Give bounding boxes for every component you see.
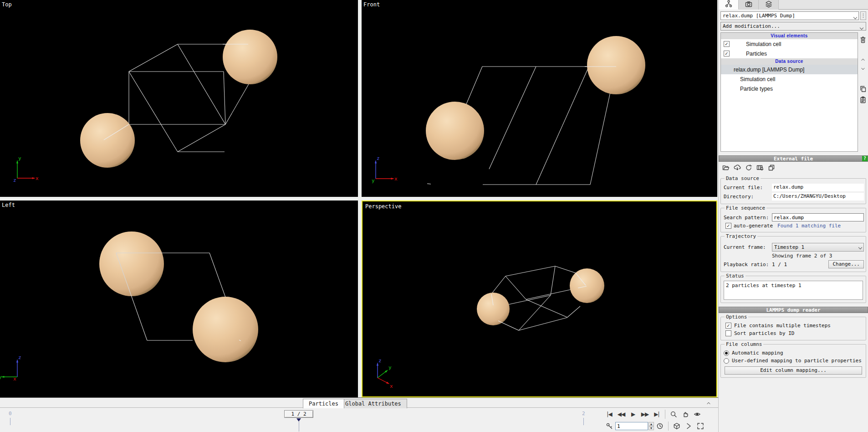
copy-button[interactable] [859, 85, 867, 94]
cloud-download-button[interactable] [734, 164, 741, 173]
axis-label: y [18, 155, 21, 161]
pipeline-list-item[interactable]: Simulation cell [721, 74, 858, 84]
directory-label: Directory: [723, 194, 772, 200]
simulation-cell-edge [224, 72, 225, 124]
pipeline-list-item[interactable]: relax.dump [LAMMPS Dump] [721, 65, 858, 74]
axis-arrow [378, 378, 388, 383]
animation-settings-button[interactable] [603, 421, 615, 431]
viewport-area: Top yxz Front zxy Left zyx Perspective z… [0, 0, 718, 397]
simulation-cell-edge [551, 266, 555, 295]
pipeline-list-item[interactable]: ✓Particles [721, 49, 858, 58]
file-sequence-group: File sequence Search pattern: ✓ auto-gen… [720, 208, 866, 232]
tab-global-attributes[interactable]: Global Attributes [339, 399, 407, 408]
simulation-cell-edge [526, 299, 567, 317]
pipeline-item-label: Simulation cell [740, 76, 775, 82]
playback-ratio-label: Playback ratio: [723, 262, 772, 267]
simulation-cell-edge [519, 318, 567, 330]
render-button[interactable] [683, 421, 694, 431]
timeline-frame-slider[interactable]: 1 / 2 [284, 410, 313, 418]
lammps-reader-header: LAMMPS dump reader [719, 307, 868, 313]
clipboard-button[interactable] [859, 96, 867, 105]
current-frame-dropdown[interactable]: Timestep 1 [772, 243, 864, 252]
skip-back-button[interactable]: ◀◀ [615, 409, 627, 419]
pipeline-item-label: relax.dump [LAMMPS Dump] [734, 67, 804, 73]
axis-arrowhead [32, 177, 36, 179]
pipeline-list-item[interactable]: ✓Simulation cell [721, 39, 858, 49]
tab-pipelines[interactable] [719, 0, 739, 10]
match-info: Found 1 matching file [777, 223, 841, 229]
play-button[interactable]: ▶ [627, 409, 639, 419]
jump-to-start-button[interactable]: |◀ [603, 409, 615, 419]
simulation-cell-edge [498, 321, 519, 330]
search-pattern-input[interactable] [772, 213, 864, 221]
collapse-panel-button[interactable] [705, 400, 713, 406]
viewport-label[interactable]: Left [2, 202, 15, 208]
external-file-header: External file ? [719, 155, 868, 162]
visibility-checkbox[interactable]: ✓ [724, 41, 730, 47]
axis-label: z [377, 155, 380, 161]
spinner-arrows[interactable]: ▲▼ [648, 422, 654, 430]
edit-column-mapping-button[interactable]: Edit column mapping... [725, 366, 862, 375]
frame-spinner[interactable]: ▲▼ [615, 422, 654, 431]
sort-by-id-checkbox[interactable] [725, 330, 731, 336]
frame-spinner-input[interactable] [615, 422, 648, 430]
viewport-top[interactable]: Top yxz [0, 0, 358, 197]
simulation-cell-edge [536, 67, 589, 185]
jump-to-end-button[interactable]: ▶| [651, 409, 663, 419]
file-columns-group: File columns Automatic mapping User-defi… [720, 344, 866, 378]
user-mapping-radio[interactable] [724, 358, 729, 364]
axis-label: z [378, 358, 382, 364]
auto-generate-checkbox[interactable]: ✓ [725, 223, 731, 229]
add-modification-dropdown[interactable]: Add modification... [720, 22, 866, 31]
axis-label: x [36, 175, 39, 181]
change-button[interactable]: Change... [828, 260, 864, 268]
showing-frame-info: Showing frame 2 of 3 [772, 253, 832, 259]
simulation-cell-edge [555, 266, 576, 273]
viewport-left[interactable]: Left zyx [0, 201, 358, 397]
chevron-down-button[interactable] [860, 65, 866, 73]
automatic-mapping-radio[interactable] [724, 350, 729, 356]
tab-rendering[interactable] [739, 0, 759, 10]
axis-label: z [13, 177, 16, 183]
axis-label: z [18, 355, 21, 360]
help-button[interactable]: ? [862, 156, 868, 161]
viewport-label[interactable]: Top [2, 1, 12, 8]
skip-forward-button[interactable]: ▶▶ [639, 409, 651, 419]
stack-button[interactable] [768, 164, 775, 173]
chevron-up-button[interactable] [860, 56, 866, 64]
viewport-front[interactable]: Front zxy [362, 0, 717, 197]
status-group: Status 2 particles at timestep 1 [720, 276, 866, 303]
pipeline-selector-dropdown[interactable]: relax.dump [LAMMPS Dump] [720, 11, 859, 20]
pipeline-item-label: Simulation cell [746, 41, 781, 47]
timeline[interactable]: 0 2 1 / 2 |◀◀◀▶▶▶▶| ▲▼ [0, 408, 718, 432]
viewport-label[interactable]: Front [363, 1, 380, 8]
group-label: File sequence [725, 205, 766, 211]
orbit-tool-button[interactable] [691, 409, 703, 419]
zoom-tool-button[interactable] [668, 409, 679, 419]
pipeline-list-item[interactable]: Particle types [721, 84, 858, 93]
particle-sphere [587, 36, 645, 94]
multiple-timesteps-checkbox[interactable]: ✓ [725, 323, 731, 329]
visibility-checkbox[interactable]: ✓ [724, 51, 730, 57]
scene-mode-button[interactable] [671, 421, 683, 431]
reload-frames-button[interactable] [756, 164, 764, 173]
user-mapping-label: User-defined mapping to particle propert… [732, 358, 862, 364]
pipeline-menu-button[interactable]: ⋮ [860, 11, 866, 20]
pan-tool-button[interactable] [679, 409, 691, 419]
animation-time-button[interactable] [654, 421, 666, 431]
current-file-value: relax.dump [772, 184, 864, 191]
maximize-viewport-button[interactable] [694, 421, 706, 431]
timeline-start-label: 0 [9, 411, 12, 417]
tab-particles[interactable]: Particles [303, 399, 344, 408]
group-label: Data source [725, 175, 761, 181]
folder-open-button[interactable] [722, 164, 730, 173]
tab-overlays[interactable] [759, 0, 779, 10]
pipeline-list: Visual elements✓Simulation cell✓Particle… [720, 32, 858, 152]
reload-button[interactable] [745, 164, 752, 173]
viewport-perspective[interactable]: Perspective zyx [362, 201, 717, 397]
viewport-label[interactable]: Perspective [365, 203, 401, 210]
particle-sphere [426, 102, 484, 160]
data-source-group: Data source Current file: relax.dump Dir… [720, 178, 866, 204]
trash-button[interactable] [859, 36, 867, 45]
external-file-toolbar [719, 162, 868, 175]
